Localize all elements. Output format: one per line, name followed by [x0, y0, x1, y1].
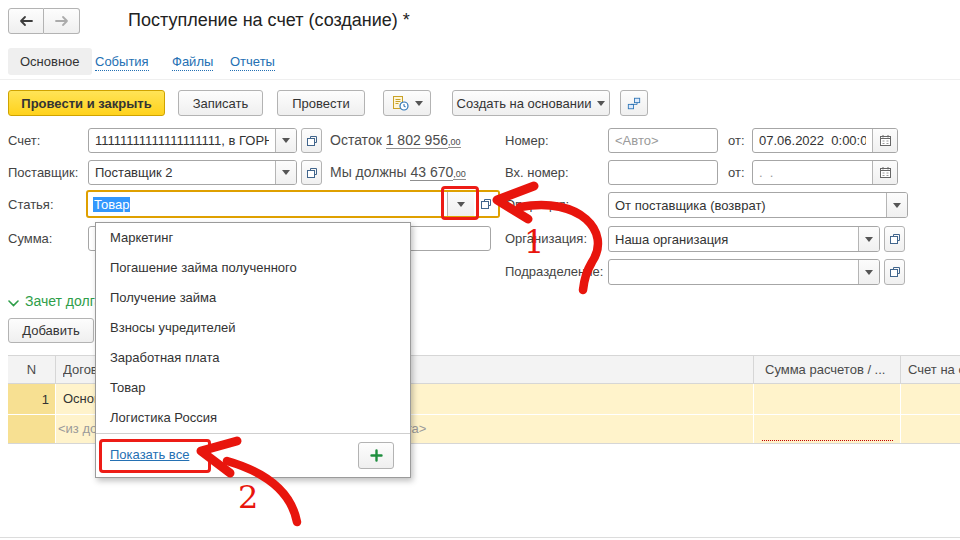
create-on-base-label: Создать на основании — [457, 96, 592, 111]
caret-down-icon — [415, 101, 423, 106]
post-button[interactable]: Провести — [277, 90, 365, 116]
item-selected-text: Товар — [93, 197, 130, 212]
window-bottom-edge — [0, 537, 960, 538]
post-and-close-button[interactable]: Провести и закрыть — [8, 90, 165, 116]
header-divider — [55, 356, 56, 383]
col-header-n[interactable]: N — [8, 362, 55, 377]
organization-label: Организация: — [505, 231, 587, 246]
incoming-date-label: от: — [728, 165, 745, 180]
incoming-number-field[interactable] — [608, 160, 718, 185]
tab-files[interactable]: Файлы — [172, 54, 213, 71]
number-label: Номер: — [505, 133, 549, 148]
item-field[interactable]: Товар — [86, 190, 500, 218]
account-field[interactable] — [88, 128, 297, 153]
document-clock-icon — [392, 95, 409, 111]
supplier-input[interactable] — [89, 161, 275, 184]
account-dropdown-button[interactable] — [275, 129, 296, 152]
col-header-invoice[interactable]: Счет на оплату — [908, 362, 960, 377]
department-dropdown-button[interactable] — [858, 260, 879, 284]
we-owe-amount: 43 670 — [410, 164, 453, 181]
organization-dropdown-button[interactable] — [858, 227, 879, 251]
open-icon — [889, 233, 901, 245]
account-open-button[interactable] — [301, 128, 322, 153]
dropdown-option[interactable]: Взносы учредителей — [96, 313, 410, 343]
caret-down-icon — [893, 203, 901, 208]
caret-down-icon — [865, 270, 873, 275]
row-divider — [900, 384, 901, 443]
supplier-field[interactable] — [88, 160, 297, 185]
account-label: Счет: — [8, 133, 40, 148]
organization-open-button[interactable] — [884, 226, 905, 252]
row-number-cell-2 — [8, 415, 55, 443]
date-label: от: — [728, 133, 745, 148]
col-header-sum[interactable]: Сумма расчетов / ... — [765, 362, 893, 377]
incoming-date-input[interactable] — [753, 161, 872, 184]
date-input[interactable] — [753, 129, 872, 152]
annotation-box-step2 — [99, 439, 211, 473]
tab-main[interactable]: Основное — [8, 48, 92, 75]
structure-button[interactable] — [620, 90, 648, 116]
forward-button[interactable] — [44, 8, 80, 34]
department-open-button[interactable] — [884, 259, 905, 285]
copy-with-time-button[interactable] — [383, 90, 431, 116]
dropdown-option[interactable]: Погашение займа полученного — [96, 253, 410, 283]
forward-icon — [55, 15, 69, 27]
back-icon — [19, 15, 33, 27]
supplier-dropdown-button[interactable] — [275, 161, 296, 184]
tab-events[interactable]: События — [95, 54, 149, 71]
supplier-label: Поставщик: — [8, 165, 78, 180]
organization-value: Наша организация — [609, 227, 858, 251]
add-item-button[interactable] — [358, 442, 394, 469]
org-structure-icon — [627, 96, 641, 111]
dropdown-option[interactable]: Товар — [96, 373, 410, 403]
caret-down-icon — [282, 138, 290, 143]
item-label: Статья: — [8, 197, 54, 212]
page-title: Поступление на счет (создание) * — [128, 10, 410, 31]
we-owe-cents: ,00 — [453, 169, 466, 180]
department-label: Подразделение: — [505, 264, 603, 279]
dropdown-option[interactable]: Логистика Россия — [96, 403, 410, 433]
incoming-date-calendar-button[interactable] — [872, 161, 897, 184]
dropdown-option[interactable]: Заработная плата — [96, 343, 410, 373]
annotation-step2-number: 2 — [238, 481, 258, 513]
organization-field[interactable]: Наша организация — [608, 226, 880, 252]
date-calendar-button[interactable] — [872, 129, 897, 152]
header-divider — [753, 356, 754, 383]
create-on-base-button[interactable]: Создать на основании — [452, 90, 610, 116]
dropdown-option[interactable]: Получение займа — [96, 283, 410, 313]
date-field[interactable] — [752, 128, 898, 153]
calendar-icon — [879, 134, 892, 147]
open-icon — [889, 266, 901, 278]
we-owe-link[interactable]: Мы должны 43 670,00 — [330, 164, 466, 180]
tab-reports[interactable]: Отчеты — [230, 54, 275, 71]
back-button[interactable] — [8, 8, 44, 34]
incoming-date-field[interactable] — [752, 160, 898, 185]
incoming-number-input[interactable] — [609, 161, 717, 184]
row-sum-required-underline[interactable] — [762, 415, 893, 441]
amount-label: Сумма: — [8, 231, 52, 246]
write-button[interactable]: Записать — [178, 90, 263, 116]
account-input[interactable] — [89, 129, 275, 152]
balance-amount: 1 802 956 — [386, 132, 448, 149]
header-divider — [900, 356, 901, 383]
section-title[interactable]: Зачет долга — [25, 293, 102, 309]
section-chevron-icon[interactable] — [8, 300, 19, 307]
number-input[interactable] — [609, 129, 717, 152]
operation-value: От поставщика (возврат) — [609, 193, 886, 217]
balance-cents: ,00 — [448, 137, 461, 148]
caret-down-icon — [597, 101, 605, 106]
operation-select[interactable]: От поставщика (возврат) — [608, 192, 908, 218]
operation-dropdown-button[interactable] — [886, 193, 907, 217]
caret-down-icon — [865, 237, 873, 242]
add-row-button[interactable]: Добавить — [8, 318, 94, 343]
dropdown-option[interactable]: Маркетинг — [96, 223, 410, 253]
annotation-box-step1 — [441, 186, 479, 220]
open-icon — [306, 135, 318, 147]
number-field[interactable] — [608, 128, 718, 153]
row-number-cell[interactable]: 1 — [8, 384, 55, 414]
incoming-number-label: Вх. номер: — [505, 165, 569, 180]
balance-link[interactable]: Остаток 1 802 956,00 — [330, 132, 461, 148]
supplier-open-button[interactable] — [301, 160, 322, 185]
department-field[interactable] — [608, 259, 880, 285]
balance-label: Остаток — [330, 132, 382, 148]
